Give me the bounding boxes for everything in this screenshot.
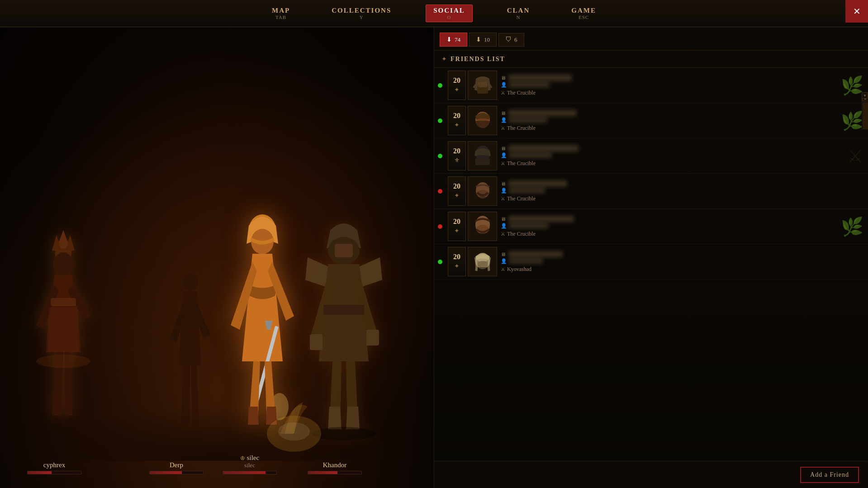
friends-list[interactable]: 20 ✦ 🖥 👤	[434, 68, 868, 447]
pending-friends-button[interactable]: ⬇ 10	[469, 33, 497, 47]
nav-game-key: ESC	[579, 14, 589, 20]
friend-platform-blurred	[509, 188, 545, 193]
friend-activity-row: ⚔ The Crucible	[501, 160, 864, 167]
nav-map-key: TAB	[275, 14, 286, 20]
level-number: 20	[453, 112, 460, 119]
character-info-silec: ♔ silec silec	[223, 454, 277, 474]
svg-rect-39	[474, 233, 491, 238]
nav-collections-key: Y	[360, 14, 364, 20]
nav-game-label: GAME	[571, 7, 596, 14]
svg-rect-31	[475, 158, 490, 165]
online-indicator	[438, 83, 442, 88]
character-cyphrex	[14, 226, 113, 443]
friend-info: 🖥 👤 ⚔ The Crucible	[501, 110, 864, 132]
friend-name-blurred	[508, 216, 574, 222]
friend-item[interactable]: 20 ✦ 🖥 👤	[434, 103, 868, 138]
svg-point-4	[53, 252, 73, 276]
class-icon: ✦	[454, 121, 460, 129]
svg-point-42	[476, 255, 489, 262]
friend-item[interactable]: 20 ⚜ 🖥 👤	[434, 138, 868, 174]
friend-name-blurred	[508, 145, 579, 152]
friend-platform-blurred	[509, 223, 549, 228]
online-indicator	[438, 154, 442, 158]
avatar	[468, 141, 497, 171]
friend-platform-blurred	[509, 82, 550, 87]
friends-header-buttons: ⬇ 74 ⬇ 10 ⛉ 6	[434, 27, 868, 51]
char-health-derp	[149, 471, 204, 474]
svg-point-6	[36, 355, 90, 368]
friend-name-blurred	[508, 180, 567, 187]
clan-icon: ⛉	[505, 36, 512, 43]
friend-item[interactable]: 20 ✦ 🖥	[434, 244, 868, 280]
clan-count: 6	[514, 36, 517, 43]
friend-activity-row: ⚔ The Crucible	[501, 231, 864, 237]
friend-platform-row: 👤	[501, 82, 864, 88]
online-indicator	[438, 260, 442, 264]
platform-icon: 🖥	[501, 146, 506, 151]
friend-name-row: 🖥	[501, 216, 864, 222]
char-health-khandor	[308, 471, 362, 474]
friend-info: 🖥 👤 ⚔ The Crucible	[501, 216, 864, 237]
person-icon: 👤	[501, 152, 507, 158]
svg-rect-5	[51, 298, 76, 306]
char-health-cyphrex	[27, 471, 81, 474]
location-icon: ⚔	[501, 266, 505, 272]
crown-icon: ♔	[240, 455, 245, 461]
scroll-thumb[interactable]	[863, 102, 868, 129]
nav-map[interactable]: MAP TAB	[265, 5, 297, 22]
friend-platform-blurred	[509, 259, 543, 264]
friend-activity-text: The Crucible	[507, 195, 536, 202]
friend-name-row: 🖥	[501, 145, 864, 152]
char-health-fill-khandor	[308, 471, 337, 474]
person-icon: 👤	[501, 82, 507, 88]
friend-info: 🖥 👤 ⚔ Kyovashad	[501, 251, 864, 273]
platform-icon: 🖥	[501, 181, 506, 186]
friend-name-row: 🖥	[501, 75, 864, 81]
friend-item[interactable]: 20 ✦ 🖥 👤	[434, 209, 868, 244]
level-number: 20	[453, 147, 460, 155]
friend-platform-row: 👤	[501, 258, 864, 264]
avatar	[468, 176, 497, 206]
person-icon: 👤	[501, 223, 507, 229]
class-icon: ✦	[454, 227, 460, 235]
level-badge: 20 ✦	[448, 106, 466, 135]
nav-game[interactable]: GAME ESC	[564, 5, 603, 22]
scroll-down-button[interactable]: ▼	[862, 92, 868, 99]
char-name-cyphrex: cyphrex	[27, 461, 81, 469]
level-badge: 20 ✦	[448, 247, 466, 276]
svg-rect-35	[474, 197, 491, 202]
avatar-art	[469, 72, 496, 99]
nav-clan[interactable]: CLAN N	[500, 5, 537, 22]
online-indicator	[438, 118, 442, 123]
level-number: 20	[453, 77, 460, 84]
svg-point-7	[182, 273, 198, 291]
friend-platform-row: 👤	[501, 117, 864, 123]
nav-social[interactable]: SOCIAL O	[426, 5, 473, 22]
friends-list-icon: ✦	[441, 55, 447, 63]
level-badge: 20 ✦	[448, 71, 466, 100]
character-info-khandor: Khandor	[308, 461, 362, 474]
right-panel: ⬇ 74 ⬇ 10 ⛉ 6 ✦ FRIENDS LIST 20 ✦	[434, 27, 868, 488]
sword-icon: ⚔	[501, 231, 505, 237]
online-friends-button[interactable]: ⬇ 74	[440, 33, 467, 47]
nav-collections[interactable]: COLLECTIONS Y	[324, 5, 398, 22]
clan-friends-button[interactable]: ⛉ 6	[498, 33, 524, 47]
character-info-derp: Derp	[149, 461, 204, 474]
friend-item[interactable]: 20 ✦ 🖥	[434, 174, 868, 209]
pending-icon: ⬇	[476, 36, 481, 43]
sword-icon: ⚔	[501, 90, 505, 96]
avatar-art	[469, 107, 496, 134]
close-button[interactable]: ✕	[845, 0, 868, 23]
add-friend-button[interactable]: Add a Friend	[800, 467, 859, 483]
friend-item[interactable]: 20 ✦ 🖥 👤	[434, 68, 868, 103]
sword-icon: ⚔	[501, 125, 505, 131]
friend-info: 🖥 👤 ⚔ The Crucible	[501, 75, 864, 96]
nav-clan-label: CLAN	[507, 7, 530, 14]
friend-platform-row: 👤	[501, 152, 864, 158]
friend-info: 🖥 👤 ⚔ The Crucible	[501, 145, 864, 167]
friend-name-row: 🖥	[501, 251, 864, 257]
busy-indicator	[438, 189, 442, 194]
svg-rect-15	[335, 244, 353, 257]
friend-activity-row: ⚔ Kyovashad	[501, 266, 864, 273]
sword-icon: ⚔	[501, 196, 505, 202]
